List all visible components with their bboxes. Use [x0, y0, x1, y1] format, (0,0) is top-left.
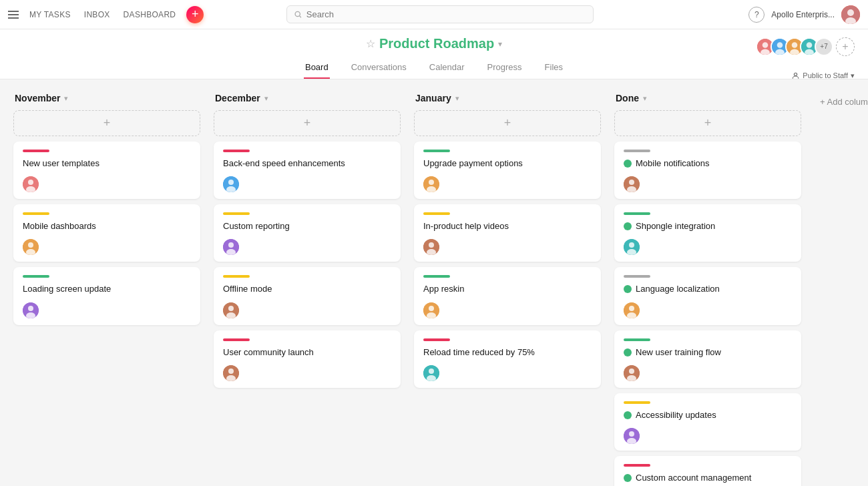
card-avatar[interactable]: [223, 302, 239, 318]
card-avatar[interactable]: [23, 176, 39, 192]
user-name-label: Apollo Enterpris...: [771, 10, 835, 19]
card-title: Mobile dashboards: [23, 220, 191, 232]
card-title: Accessibility updates: [624, 409, 792, 421]
card-shpongle-integration[interactable]: Shpongle integration: [614, 204, 801, 262]
card-mobile-notifications[interactable]: Mobile notifications: [614, 142, 801, 199]
svg-point-10: [775, 49, 785, 55]
add-card-done[interactable]: +: [614, 110, 801, 136]
add-member-button[interactable]: +: [836, 37, 855, 56]
column-header-november: November ▾: [13, 93, 200, 103]
svg-point-55: [629, 242, 634, 248]
card-new-user-training-flow[interactable]: New user training flow: [614, 330, 801, 388]
december-chevron-icon[interactable]: ▾: [264, 94, 268, 103]
card-backend-speed[interactable]: Back-end speed enhancements: [214, 142, 401, 199]
tab-files[interactable]: Files: [544, 57, 564, 79]
card-new-user-templates[interactable]: New user templates: [13, 142, 200, 199]
help-button[interactable]: ?: [748, 7, 765, 23]
column-december: December ▾ + Back-end speed enhancements…: [214, 93, 401, 393]
svg-point-7: [761, 49, 770, 55]
my-tasks-link[interactable]: MY TASKS: [29, 10, 71, 19]
svg-point-25: [28, 306, 33, 311]
hamburger-menu[interactable]: [8, 11, 19, 19]
card-avatar[interactable]: [423, 176, 439, 192]
card-avatar[interactable]: [624, 302, 640, 318]
card-title: In-product help videos: [423, 220, 592, 232]
star-icon[interactable]: ☆: [366, 37, 375, 50]
visibility-label: Public to Staff: [803, 71, 848, 79]
svg-point-31: [228, 242, 234, 248]
priority-indicator: [223, 150, 250, 152]
card-custom-reporting[interactable]: Custom reporting: [214, 204, 401, 262]
january-chevron-icon[interactable]: ▾: [455, 94, 459, 103]
card-app-reskin[interactable]: App reskin: [414, 267, 601, 324]
add-card-november[interactable]: +: [13, 110, 200, 136]
priority-indicator: [23, 212, 49, 215]
svg-point-40: [429, 180, 434, 185]
column-done: Done ▾ + Mobile notifications Shpongle i…: [614, 93, 801, 486]
november-chevron-icon[interactable]: ▾: [64, 94, 68, 103]
card-avatar[interactable]: [23, 302, 39, 318]
add-column-label: + Add column: [820, 97, 868, 107]
card-title: Custom reporting: [223, 220, 391, 232]
done-chevron-icon[interactable]: ▾: [643, 94, 647, 103]
inbox-link[interactable]: INBOX: [84, 10, 110, 19]
card-avatar[interactable]: [624, 365, 640, 381]
card-title: Upgrade payment options: [423, 158, 592, 170]
card-title: New user training flow: [624, 346, 792, 358]
search-bar[interactable]: [286, 5, 594, 23]
tab-calendar[interactable]: Calendar: [428, 57, 466, 79]
card-avatar[interactable]: [223, 176, 239, 192]
svg-point-16: [805, 49, 814, 55]
add-button[interactable]: +: [186, 6, 204, 23]
card-user-community-launch[interactable]: User community launch: [214, 330, 401, 388]
card-avatar[interactable]: [624, 176, 640, 192]
visibility-chevron: ▾: [851, 71, 855, 80]
search-input[interactable]: [306, 9, 587, 19]
card-avatar[interactable]: [624, 428, 640, 444]
card-offline-mode[interactable]: Offline mode: [214, 267, 401, 324]
card-avatar[interactable]: [423, 302, 439, 318]
card-title: New user templates: [23, 158, 191, 170]
card-mobile-dashboards[interactable]: Mobile dashboards: [13, 204, 200, 262]
priority-indicator: [624, 401, 650, 404]
svg-point-0: [295, 11, 300, 16]
tab-conversations[interactable]: Conversations: [350, 57, 408, 79]
card-loading-screen-update[interactable]: Loading screen update: [13, 267, 200, 324]
column-january: January ▾ + Upgrade payment options In-p…: [414, 93, 601, 393]
card-avatar[interactable]: [223, 239, 239, 255]
nav-right: ? Apollo Enterpris...: [748, 5, 860, 24]
card-language-localization[interactable]: Language localization: [614, 267, 801, 324]
project-dropdown-arrow[interactable]: ▾: [498, 39, 502, 49]
card-title: Mobile notifications: [624, 158, 792, 170]
column-title-november: November: [15, 93, 60, 103]
tab-progress[interactable]: Progress: [486, 57, 523, 79]
add-card-december[interactable]: +: [214, 110, 401, 136]
svg-point-22: [28, 242, 33, 248]
card-reload-time[interactable]: Reload time reduced by 75%: [414, 330, 601, 388]
card-avatar[interactable]: [423, 365, 439, 381]
status-dot: [624, 222, 632, 230]
svg-point-15: [807, 42, 813, 48]
card-avatar[interactable]: [23, 239, 39, 255]
extra-members-count[interactable]: +7: [815, 37, 833, 56]
card-upgrade-payment[interactable]: Upgrade payment options: [414, 142, 601, 199]
svg-point-3: [847, 9, 854, 16]
card-custom-account-management[interactable]: Custom account management: [614, 456, 801, 486]
card-avatar[interactable]: [223, 365, 239, 381]
add-card-january[interactable]: +: [414, 110, 601, 136]
card-avatar[interactable]: [423, 239, 439, 255]
user-avatar[interactable]: [841, 5, 860, 24]
priority-indicator: [423, 212, 450, 215]
priority-indicator: [223, 338, 250, 341]
priority-indicator: [423, 338, 450, 341]
card-inproduct-help[interactable]: In-product help videos: [414, 204, 601, 262]
tab-board[interactable]: Board: [304, 57, 330, 79]
priority-indicator: [223, 212, 250, 215]
svg-point-28: [228, 180, 234, 185]
dashboard-link[interactable]: DASHBOARD: [124, 10, 176, 19]
card-avatar[interactable]: [624, 239, 640, 255]
project-header: ☆ Product Roadmap ▾ +7 + Board Conversat…: [0, 29, 868, 79]
status-dot: [624, 160, 632, 168]
add-column-button[interactable]: + Add column: [815, 94, 868, 109]
card-accessibility-updates[interactable]: Accessibility updates: [614, 393, 801, 451]
